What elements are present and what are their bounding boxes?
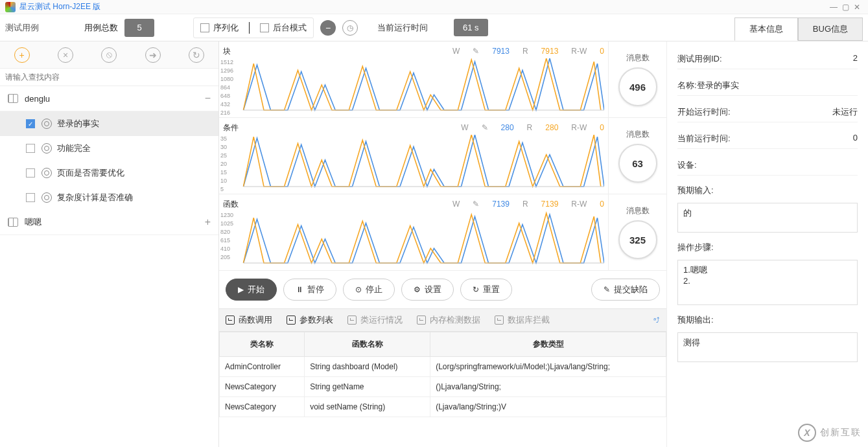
test-tree: denglu − ✓ 登录的事实 功能完全 页面是否需要优化 复杂	[0, 86, 218, 447]
expected-input-box[interactable]: 的	[677, 203, 858, 233]
export-icon[interactable]: ➜	[145, 47, 161, 63]
col-class: 类名称	[220, 332, 305, 357]
runtime-label: 当前运行时间	[377, 22, 428, 34]
msg-func: 消息数 325	[608, 194, 666, 270]
maximize-icon[interactable]: ▢	[839, 3, 851, 12]
checkbox-icon[interactable]	[26, 193, 35, 202]
tab-param-list[interactable]: 参数列表	[287, 314, 333, 326]
chart-w-value: 7913	[492, 47, 510, 56]
chart-rw-value: 0	[600, 200, 604, 209]
reset-icon: ↻	[473, 285, 479, 294]
more-link[interactable]: ᵃ⤴	[653, 316, 660, 325]
folder-icon	[8, 218, 18, 227]
tree-group-enen[interactable]: 嗯嗯 +	[0, 210, 218, 235]
tree-item[interactable]: ✓ 登录的事实	[0, 111, 218, 136]
info-id: 测试用例ID:2	[677, 49, 858, 69]
table-row[interactable]: NewsCategoryString getName()Ljava/lang/S…	[220, 377, 666, 397]
axis-labels: 12301025820615410205	[220, 211, 233, 262]
chart-row-func: 函数 W ✎ 7139 R 7139 R-W 0 123010258206154…	[219, 194, 666, 271]
start-button[interactable]: ▶开始	[226, 279, 277, 301]
search-input[interactable]	[0, 69, 218, 86]
watermark: X 创新互联	[798, 424, 862, 442]
clock-icon[interactable]: ◷	[342, 20, 358, 36]
total-count-value: 5	[124, 19, 154, 37]
close-icon[interactable]: ✕	[851, 3, 863, 12]
chart-block: 块 W ✎ 7913 R 7913 R-W 0 1512129610808646…	[219, 41, 608, 117]
background-mode-checkbox[interactable]: 后台模式	[260, 22, 307, 34]
folder-icon	[8, 94, 18, 103]
submit-defect-button[interactable]: ✎提交缺陷	[591, 279, 660, 301]
msg-count-value: 63	[618, 144, 657, 183]
pencil-icon[interactable]: ✎	[482, 123, 488, 132]
expected-output-box[interactable]: 测得	[677, 332, 858, 362]
tab-icon	[287, 315, 296, 325]
serialize-checkbox[interactable]: 序列化	[200, 22, 239, 34]
chart-r-value: 7913	[541, 47, 559, 56]
msg-cond: 消息数 63	[608, 118, 666, 194]
tab-basic-info[interactable]: 基本信息	[734, 17, 798, 41]
pencil-icon[interactable]: ✎	[473, 200, 479, 209]
table-row[interactable]: AdminControllerString dashboard (Model)(…	[220, 357, 666, 377]
delete-icon[interactable]: ×	[58, 47, 73, 63]
tab-mem-detect[interactable]: 内存检测数据	[417, 314, 480, 326]
tree-item-label: 登录的事实	[57, 118, 99, 130]
watermark-icon: X	[798, 424, 816, 442]
target-icon	[41, 143, 52, 154]
checkbox-icon[interactable]: ✓	[26, 119, 35, 128]
minus-circle-icon[interactable]: −	[320, 20, 336, 36]
topbar: 测试用例 用例总数 5 序列化 后台模式 − ◷ 当前运行时间 61 s 基本信…	[0, 14, 868, 41]
app-logo-icon	[5, 2, 16, 12]
func-table: 类名称 函数名称 参数类型 AdminControllerString dash…	[219, 332, 666, 417]
control-buttons: ▶开始 ⏸暂停 ⊙停止 ⚙设置 ↻重置 ✎提交缺陷	[219, 271, 666, 308]
window-title: 星云测试 Horn-J2EE 版	[19, 1, 828, 12]
gear-icon: ⚙	[414, 285, 421, 294]
tab-func-call[interactable]: 函数调用	[226, 314, 272, 326]
minimize-icon[interactable]: —	[828, 3, 839, 12]
tab-icon	[226, 315, 235, 325]
pencil-icon[interactable]: ✎	[473, 47, 479, 56]
tree-item-label: 复杂度计算是否准确	[57, 192, 133, 203]
test-cases-label: 测试用例	[5, 22, 39, 34]
tab-bug-info[interactable]: BUG信息	[798, 17, 863, 41]
table-row[interactable]: NewsCategoryvoid setName (String)(Ljava/…	[220, 397, 666, 417]
info-device: 设备:	[677, 155, 858, 176]
stop-icon: ⊙	[355, 285, 362, 294]
reset-button[interactable]: ↻重置	[460, 279, 512, 301]
separator	[249, 22, 250, 34]
checkbox-icon[interactable]	[26, 144, 35, 153]
steps-box[interactable]: 1.嗯嗯 2.	[677, 260, 858, 305]
edit-icon[interactable]: ⦸	[101, 47, 117, 63]
add-icon[interactable]: +	[14, 47, 30, 63]
expected-input-label: 预期输入:	[677, 185, 858, 196]
msg-count-value: 496	[618, 67, 657, 106]
col-func: 函数名称	[305, 332, 430, 357]
target-icon	[41, 119, 52, 129]
checkbox-icon[interactable]	[26, 168, 35, 178]
left-panel: + × ⦸ ➜ ↻ denglu − ✓ 登录的事实 功能完全	[0, 41, 219, 447]
refresh-icon[interactable]: ↻	[189, 47, 204, 63]
total-count-label: 用例总数	[84, 22, 118, 34]
chart-svg	[223, 135, 604, 188]
target-icon	[41, 168, 52, 178]
chart-rw-value: 0	[600, 123, 604, 132]
collapse-icon[interactable]: −	[205, 93, 211, 104]
tree-item[interactable]: 复杂度计算是否准确	[0, 185, 218, 210]
chart-w-value: 7139	[492, 200, 510, 209]
chart-title: 函数	[223, 199, 239, 210]
stop-button[interactable]: ⊙停止	[343, 279, 395, 301]
tab-db-intercept[interactable]: 数据库拦截	[495, 314, 550, 326]
expand-icon[interactable]: +	[205, 216, 211, 228]
msg-count-value: 325	[618, 220, 657, 259]
info-runtime: 当前运行时间:0	[677, 129, 858, 149]
chart-rw-value: 0	[600, 47, 604, 56]
tree-item[interactable]: 功能完全	[0, 136, 218, 161]
pause-button[interactable]: ⏸暂停	[283, 279, 336, 301]
tab-class-run[interactable]: 类运行情况	[347, 314, 403, 326]
left-toolbar: + × ⦸ ➜ ↻	[0, 41, 218, 69]
chart-w-value: 280	[501, 123, 514, 132]
titlebar: 星云测试 Horn-J2EE 版 — ▢ ✕	[0, 0, 868, 14]
tree-item-label: 功能完全	[57, 143, 91, 154]
tree-group-denglu[interactable]: denglu −	[0, 86, 218, 111]
settings-button[interactable]: ⚙设置	[401, 279, 454, 301]
tree-item[interactable]: 页面是否需要优化	[0, 161, 218, 185]
